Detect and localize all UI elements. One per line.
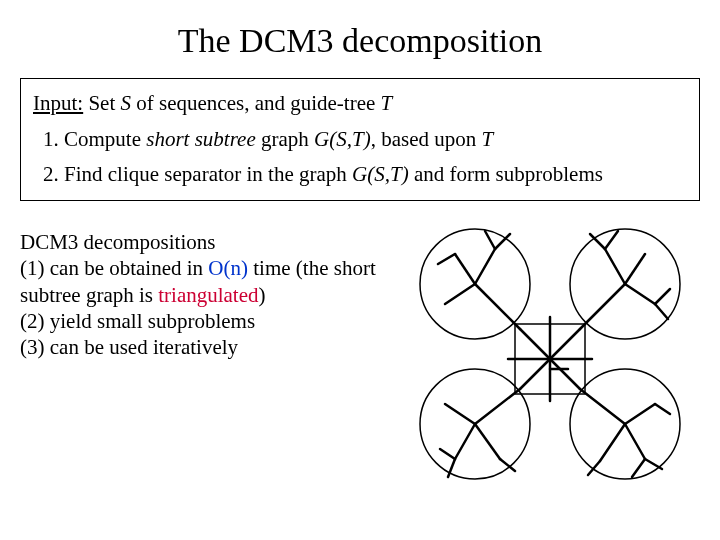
complexity-On: O(n): [208, 256, 248, 280]
svg-line-22: [605, 249, 625, 284]
svg-line-27: [475, 389, 520, 424]
svg-line-18: [438, 254, 455, 264]
text: Compute: [59, 127, 147, 151]
svg-line-10: [550, 359, 580, 389]
svg-line-36: [625, 424, 645, 459]
svg-line-30: [475, 424, 500, 459]
desc-line: (1) can be obtained in O(n) time (the sh…: [20, 255, 400, 308]
text: and form subproblems: [409, 162, 603, 186]
algorithm-input: Input: Set S of sequences, and guide-tre…: [33, 89, 687, 117]
step-number: 1.: [43, 127, 59, 151]
svg-line-39: [645, 459, 662, 469]
svg-line-20: [625, 284, 655, 304]
text: Set: [83, 91, 120, 115]
svg-line-19: [580, 284, 625, 329]
svg-line-21: [625, 254, 645, 284]
algorithm-step-2: 2. Find clique separator in the graph G(…: [33, 160, 687, 188]
svg-line-15: [475, 249, 495, 284]
svg-line-12: [475, 284, 520, 329]
decomposition-figure: [400, 229, 700, 360]
svg-line-7: [520, 329, 550, 359]
svg-line-13: [445, 284, 475, 304]
text: graph: [256, 127, 314, 151]
svg-line-41: [588, 461, 600, 475]
text: of sequences, and guide-tree: [131, 91, 381, 115]
text: (1) can be obtained in: [20, 256, 208, 280]
text: Find clique separator in the graph: [59, 162, 352, 186]
svg-line-40: [655, 404, 670, 414]
svg-line-9: [520, 359, 550, 389]
svg-line-38: [632, 459, 645, 477]
svg-line-31: [440, 449, 455, 459]
var-S: S: [121, 91, 132, 115]
svg-line-35: [625, 404, 655, 424]
svg-line-29: [455, 424, 475, 459]
text-italic: short subtree: [146, 127, 255, 151]
svg-line-28: [445, 404, 475, 424]
var-G: G(S,T): [352, 162, 409, 186]
algorithm-step-1: 1. Compute short subtree graph G(S,T), b…: [33, 125, 687, 153]
description-text: DCM3 decompositions (1) can be obtained …: [20, 229, 400, 360]
input-label: Input:: [33, 91, 83, 115]
svg-line-37: [600, 424, 625, 461]
var-G: G(S,T): [314, 127, 371, 151]
step-number: 2.: [43, 162, 59, 186]
desc-line: (3) can be used iteratively: [20, 334, 400, 360]
svg-line-16: [485, 231, 495, 249]
svg-line-25: [655, 289, 670, 304]
algorithm-box: Input: Set S of sequences, and guide-tre…: [20, 78, 700, 201]
term-triangulated: triangulated: [158, 283, 258, 307]
text: ): [259, 283, 266, 307]
desc-line: DCM3 decompositions: [20, 229, 400, 255]
text: , based upon: [371, 127, 482, 151]
slide-title: The DCM3 decomposition: [0, 0, 720, 70]
var-T: T: [481, 127, 493, 151]
lower-section: DCM3 decompositions (1) can be obtained …: [20, 229, 700, 360]
svg-line-26: [655, 304, 668, 319]
svg-line-14: [455, 254, 475, 284]
slide: The DCM3 decomposition Input: Set S of s…: [0, 0, 720, 540]
desc-line: (2) yield small subproblems: [20, 308, 400, 334]
svg-line-8: [550, 329, 580, 359]
svg-line-34: [580, 389, 625, 424]
tree-decomposition-icon: [400, 209, 700, 499]
var-T: T: [381, 91, 393, 115]
svg-line-24: [605, 231, 618, 249]
